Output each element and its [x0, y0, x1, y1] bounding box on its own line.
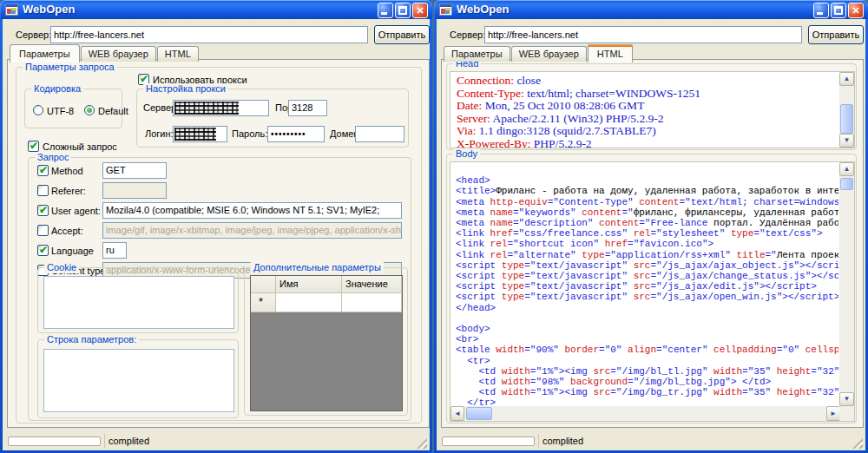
request-row: Accept:image/gif, image/x-xbitmap, image…	[29, 222, 411, 241]
request-row-checkbox[interactable]	[37, 205, 49, 216]
resize-grip[interactable]	[417, 438, 427, 449]
params-string-textarea[interactable]	[43, 349, 234, 412]
status-text: complited	[542, 436, 583, 446]
progress-bar	[442, 437, 535, 446]
html-source-line: </tr>	[456, 397, 838, 405]
body-vscrollbar-thumb[interactable]	[840, 178, 853, 190]
tab-WEB браузер[interactable]: WEB браузер	[81, 46, 156, 62]
resize-grip[interactable]	[852, 438, 863, 449]
close-button[interactable]	[848, 3, 864, 18]
scroll-down-icon[interactable]: ▼	[839, 134, 854, 148]
html-source-line: <link href="css/freelance.css" rel="styl…	[456, 228, 838, 239]
status-bar: complited	[437, 431, 865, 450]
proxy-login-input[interactable]	[173, 126, 227, 142]
proxy-settings-group-label: Настройка прокси	[143, 83, 228, 95]
proxy-server-input[interactable]	[173, 100, 269, 116]
body-horizontal-scrollbar[interactable]: ◄ ►	[450, 406, 840, 421]
html-source-line: <link rel="shortcut icon" href="favicon.…	[456, 239, 838, 249]
html-source-line: <meta name="keywords" content="фриланс, …	[456, 207, 838, 218]
head-vertical-scrollbar[interactable]: ▲ ▼	[839, 72, 854, 148]
body-content: <head><title>Фриланс - работа на дому, у…	[450, 162, 838, 405]
grid-header-name[interactable]: Имя	[276, 276, 342, 293]
html-source-line: <td width="98%" background="/img/bl_tbg.…	[456, 377, 838, 387]
minimize-button[interactable]	[813, 3, 829, 18]
webopen-window-parameters: WebOpen Сервер: http://free-lancers.net …	[0, 0, 432, 453]
http-header-line: X-Powered-By: PHP/5.2.9-2	[457, 138, 838, 148]
status-separator	[104, 434, 105, 448]
scroll-left-icon[interactable]: ◄	[450, 406, 464, 421]
html-source-line: <table width="90%" border="0" align="cen…	[456, 345, 838, 355]
proxy-login-censored-value	[174, 128, 216, 141]
body-group: Body <head><title>Фриланс - работа на до…	[446, 154, 857, 423]
html-source-line: <script type="text/javascript" src="/js_…	[456, 271, 838, 281]
request-row-checkbox[interactable]	[37, 225, 49, 236]
default-radio-label: Default	[98, 106, 128, 117]
window-title: WebOpen	[457, 3, 509, 16]
server-input[interactable]: http://free-lancers.net	[50, 26, 368, 43]
extra-params-group: Дополнительные параметры Имя Значение *	[244, 267, 408, 416]
utf8-radio[interactable]	[33, 105, 43, 115]
head-richtext[interactable]: Connection: closeContent-Type: text/html…	[450, 71, 855, 148]
default-radio[interactable]	[84, 105, 95, 115]
cookie-group: Cookie	[37, 267, 239, 333]
html-source-line: <script type="text/javascript" src="/js_…	[456, 281, 838, 292]
tab-Параметры[interactable]: Параметры	[444, 46, 510, 62]
proxy-password-input[interactable]: •••••••••	[267, 126, 325, 142]
request-row-label: Language	[51, 246, 94, 257]
app-icon	[439, 3, 452, 16]
proxy-port-input[interactable]: 3128	[288, 100, 327, 116]
extra-params-grid: Имя Значение *	[250, 275, 403, 411]
request-row: User agent:Mozila/4.0 (compatible; MSIE …	[29, 202, 411, 221]
request-row-input[interactable]: GET	[102, 162, 167, 179]
tab-Параметры[interactable]: Параметры	[10, 44, 80, 62]
request-row-input[interactable]	[102, 182, 167, 199]
minimize-button[interactable]	[378, 3, 393, 18]
titlebar[interactable]: WebOpen	[434, 0, 868, 19]
tab-HTML[interactable]: HTML	[588, 44, 633, 62]
request-row: MethodGET	[29, 162, 411, 181]
scroll-up-icon[interactable]: ▲	[839, 162, 854, 176]
request-params-group-label: Параметры запроса	[23, 62, 117, 73]
request-row-label: Referer:	[51, 186, 86, 197]
scroll-right-icon[interactable]: ►	[826, 406, 840, 421]
maximize-button[interactable]	[831, 3, 846, 18]
send-button[interactable]: Отправить	[808, 25, 864, 44]
maximize-button[interactable]	[395, 3, 411, 18]
html-source-line	[456, 165, 838, 175]
grid-header-value[interactable]: Значение	[342, 276, 402, 293]
scroll-up-icon[interactable]: ▲	[839, 72, 854, 86]
proxy-domain-input[interactable]	[355, 126, 404, 142]
grid-new-row-marker[interactable]: *	[251, 293, 276, 312]
body-vertical-scrollbar[interactable]: ▲	[839, 162, 854, 406]
app-icon	[5, 3, 18, 16]
close-button[interactable]	[412, 3, 428, 18]
status-separator	[538, 434, 539, 448]
body-hscrollbar-thumb[interactable]	[466, 407, 492, 420]
request-row-input[interactable]: ru	[102, 242, 127, 259]
request-row-checkbox[interactable]	[37, 185, 49, 196]
server-input[interactable]: http://free-lancers.net	[484, 26, 802, 43]
html-source-line: <title>Фриланс - работа на дому, удаленн…	[456, 186, 838, 196]
body-richtext[interactable]: <head><title>Фриланс - работа на дому, у…	[450, 161, 855, 422]
send-button[interactable]: Отправить	[374, 25, 430, 44]
scrollbar-corner	[839, 406, 854, 421]
html-source-line: <tr>	[456, 356, 838, 366]
head-scrollbar-thumb[interactable]	[840, 104, 853, 134]
complex-request-checkbox[interactable]	[28, 141, 39, 152]
cookie-textarea[interactable]	[43, 276, 234, 329]
request-row-input[interactable]: image/gif, image/x-xbitmap, image/jpeg, …	[102, 222, 402, 239]
request-row-checkbox[interactable]	[37, 245, 49, 256]
tabstrip: ПараметрыWEB браузерHTML	[10, 43, 200, 62]
grid-cell-value[interactable]	[342, 293, 402, 312]
grid-corner-cell[interactable]	[251, 276, 276, 293]
tab-WEB браузер[interactable]: WEB браузер	[511, 46, 587, 62]
scroll-down-icon[interactable]: ▼	[839, 392, 854, 406]
request-row-checkbox[interactable]	[37, 165, 49, 176]
request-row: Referer:	[29, 182, 411, 201]
extra-params-group-label: Дополнительные параметры	[251, 262, 384, 273]
titlebar[interactable]: WebOpen	[0, 0, 432, 19]
tab-HTML[interactable]: HTML	[157, 46, 199, 62]
grid-cell-name[interactable]	[276, 293, 342, 312]
request-row-input[interactable]: Mozila/4.0 (compatible; MSIE 6.0; Window…	[102, 202, 402, 219]
html-source-line: <script type="text/javascript" src="/js_…	[456, 292, 838, 302]
